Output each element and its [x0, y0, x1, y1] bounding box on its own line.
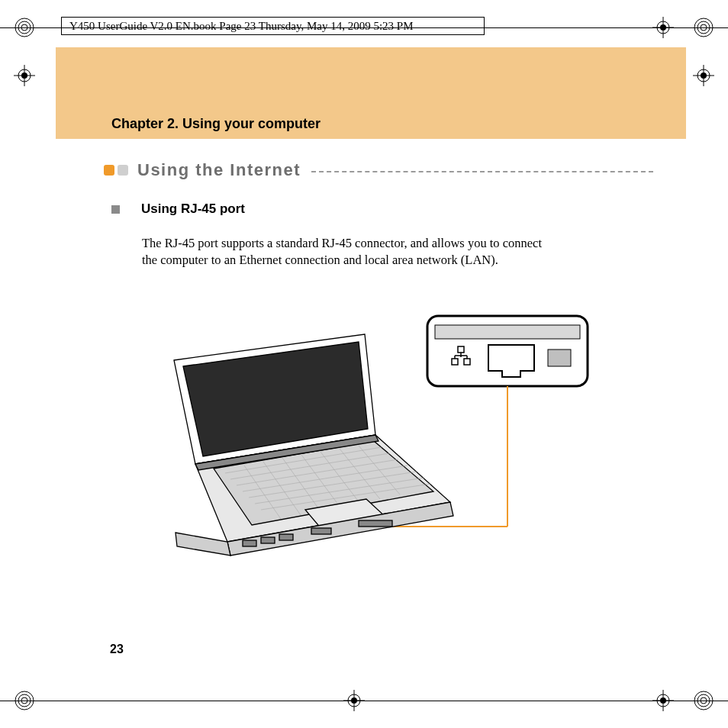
body-paragraph: The RJ-45 port supports a standard RJ-45… — [142, 235, 554, 269]
rj45-callout-icon — [427, 316, 588, 386]
section-dash-fill — [311, 171, 653, 172]
laptop-illustration — [174, 334, 453, 556]
crosshair-icon — [14, 65, 35, 86]
svg-rect-66 — [261, 537, 275, 543]
svg-point-7 — [18, 694, 31, 707]
crosshair-icon — [693, 65, 714, 86]
svg-point-1 — [18, 21, 31, 34]
print-header-text: Y450 UserGuide V2.0 EN.book Page 23 Thur… — [69, 20, 414, 33]
print-header: Y450 UserGuide V2.0 EN.book Page 23 Thur… — [61, 17, 485, 35]
subsection-bullet-icon — [111, 205, 120, 214]
subsection-title: Using RJ-45 port — [141, 201, 245, 217]
subsection-heading-row: Using RJ-45 port — [111, 201, 245, 217]
svg-rect-69 — [359, 520, 392, 527]
crosshair-icon — [652, 690, 674, 711]
svg-rect-67 — [279, 534, 293, 540]
registration-mark-icon — [693, 690, 714, 711]
crosshair-icon — [652, 17, 674, 38]
svg-rect-41 — [548, 350, 571, 366]
crosshair-icon — [343, 690, 365, 711]
section-bullet-grey-icon — [118, 165, 128, 176]
section-title: Using the Internet — [137, 160, 301, 180]
registration-mark-icon — [693, 17, 714, 38]
svg-rect-65 — [243, 540, 256, 546]
svg-rect-68 — [311, 528, 331, 534]
figure-rj45 — [130, 305, 618, 565]
svg-point-10 — [697, 694, 710, 707]
section-bullet-orange-icon — [104, 165, 114, 176]
chapter-title: Chapter 2. Using your computer — [111, 116, 321, 132]
svg-rect-33 — [435, 325, 580, 339]
section-heading-row: Using the Internet — [104, 160, 653, 180]
svg-marker-64 — [176, 533, 230, 556]
page-number: 23 — [110, 643, 124, 656]
svg-point-2 — [21, 24, 27, 31]
svg-point-4 — [697, 21, 710, 34]
registration-mark-icon — [14, 17, 35, 38]
svg-point-5 — [701, 24, 707, 31]
registration-mark-icon — [14, 690, 35, 711]
svg-point-8 — [21, 697, 27, 704]
svg-point-11 — [701, 697, 707, 704]
